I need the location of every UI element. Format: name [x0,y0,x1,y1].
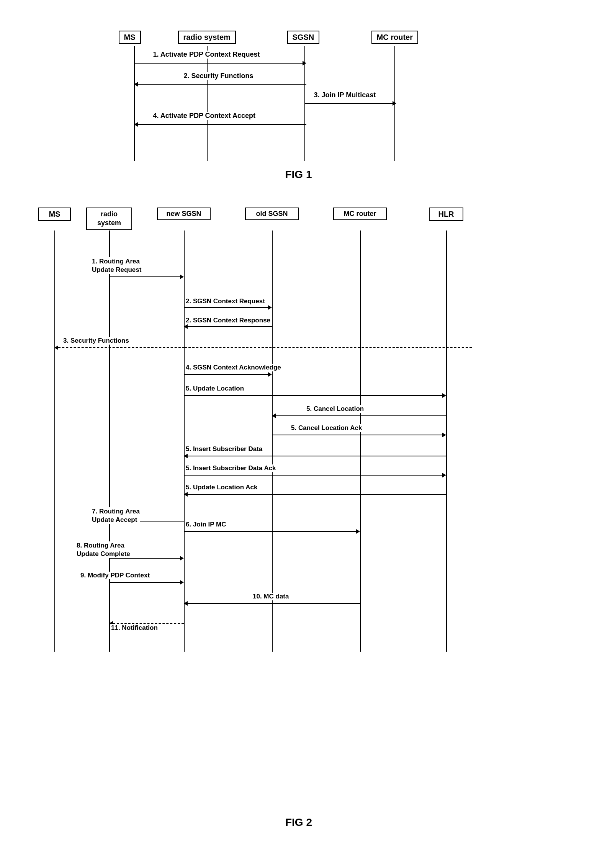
fig2-msg6 [184,529,360,534]
fig2-msg10 [184,601,360,606]
fig1-title: FIG 1 [107,168,490,181]
fig2-ms-vline [54,230,55,652]
fig2-msg9-label: 9. Modify PDP Context [80,572,150,579]
fig2-diagram: MS radiosystem new SGSN old SGSN MC rout… [31,204,567,809]
fig2-old-sgsn-box: old SGSN [245,208,299,220]
fig2-msg2a [184,305,272,310]
fig1-msg1-label: 1. Activate PDP Context Request [153,51,260,59]
fig2-radio-vline [109,230,110,652]
fig2-msg5e-label: 5. Insert Subscriber Data Ack [186,464,276,472]
fig1-radio-box: radio system [178,31,236,44]
fig2-new-sgsn-vline [184,230,185,652]
fig2-msg5f-label: 5. Update Location Ack [186,484,257,491]
fig1-msg3 [304,100,396,107]
page-container: MS radio system SGSN MC router 1. Ac [0,0,597,852]
fig2-msg6-label: 6. Join IP MC [186,521,226,528]
fig1-msg4 [134,121,306,128]
fig1-msg3-label: 3. Join IP Multicast [314,91,376,99]
fig2-radio-box: radiosystem [86,208,132,230]
fig1-sgsn-box: SGSN [287,31,320,44]
fig2-msg5a [184,393,446,398]
fig2-title: FIG 2 [31,816,567,829]
fig2-msg7-label: 7. Routing AreaUpdate Accept [92,507,140,524]
fig1-diagram: MS radio system SGSN MC router 1. Ac [107,23,490,161]
fig2-msg5e [184,473,446,477]
fig2-ms-box: MS [38,208,71,221]
fig2-msg5a-label: 5. Update Location [186,385,244,392]
fig1-ms-box: MS [119,31,141,44]
fig2-msg5b-label: 5. Cancel Location [306,405,364,413]
fig2-msg4-label: 4. SGSN Context Acknowledge [186,364,281,371]
fig1-msg4-label: 4. Activate PDP Context Accept [153,112,255,120]
fig2-new-sgsn-box: new SGSN [157,208,211,220]
fig2-msg10-label: 10. MC data [253,593,289,600]
fig2-msg2b [184,324,272,329]
fig2-hlr-box: HLR [429,208,463,221]
fig2-msg1-label: 1. Routing AreaUpdate Request [92,257,141,274]
fig2-msg5d-label: 5. Insert Subscriber Data [186,445,262,453]
fig2-msg8-label: 8. Routing AreaUpdate Complete [77,541,130,558]
fig1-msg2 [134,80,306,88]
fig2-msg5f [184,492,446,497]
fig2-msg1 [109,275,184,279]
fig2-msg5b [272,414,446,418]
fig2-mc-router-box: MC router [333,208,387,220]
fig2-msg2a-label: 2. SGSN Context Request [186,298,265,305]
fig1-mc-router-box: MC router [371,31,418,44]
fig2-mc-router-vline [360,230,361,652]
fig2-old-sgsn-vline [272,230,273,652]
fig2-msg5c-label: 5. Cancel Location Ack [291,424,362,432]
fig1-container: MS radio system SGSN MC router 1. Ac [107,23,490,181]
fig2-hlr-vline [446,230,447,652]
fig2-msg9 [109,580,184,585]
fig2-container: MS radiosystem new SGSN old SGSN MC rout… [31,204,567,829]
fig2-msg11-label: 11. Notification [111,624,158,632]
fig1-msg2-label: 2. Security Functions [184,72,254,80]
fig1-msg1 [134,59,306,67]
fig2-msg4 [184,372,272,377]
fig2-msg2b-label: 2. SGSN Context Response [186,317,270,324]
fig2-msg5d [184,454,446,458]
fig2-msg5c [272,433,446,437]
fig2-msg3-label: 3. Security Functions [63,337,129,345]
fig2-msg3 [54,345,185,350]
